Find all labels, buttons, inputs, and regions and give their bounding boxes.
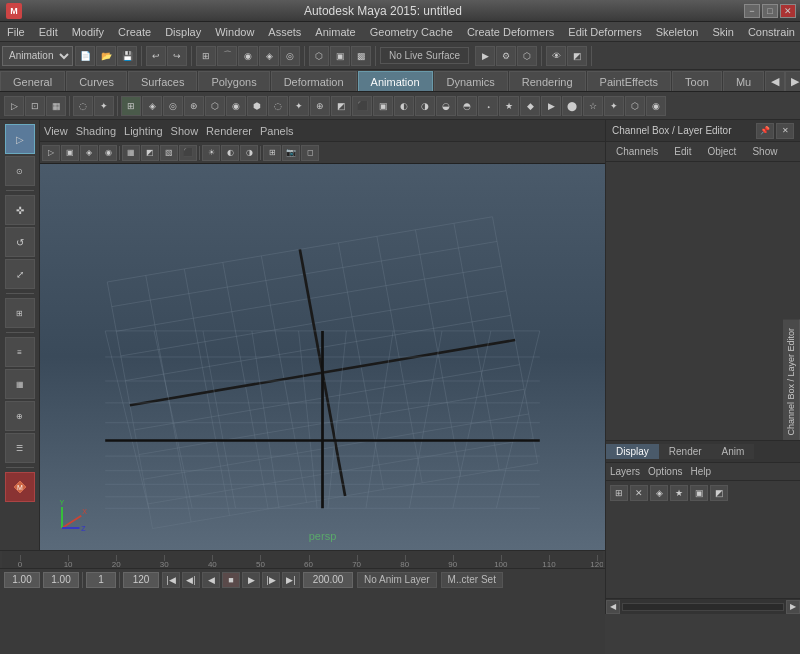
new-file-btn[interactable]: 📄: [75, 46, 95, 66]
snap-point-btn[interactable]: ◉: [238, 46, 258, 66]
snap-curve-btn[interactable]: ⌒: [217, 46, 237, 66]
rotate-tool-btn[interactable]: ↺: [5, 227, 35, 257]
vp-shadow-btn[interactable]: ◐: [221, 145, 239, 161]
vp-cam-btn[interactable]: 📷: [282, 145, 300, 161]
menu-skeleton[interactable]: Skeleton: [649, 24, 706, 40]
lasso-tool-btn[interactable]: ⊙: [5, 156, 35, 186]
vp-tex-btn[interactable]: ⬛: [179, 145, 197, 161]
tab-polygons[interactable]: Polygons: [198, 71, 269, 91]
tool-select-obj[interactable]: ▷: [4, 96, 24, 116]
vp-select-btn[interactable]: ▷: [42, 145, 60, 161]
vp-wire-btn[interactable]: ▣: [61, 145, 79, 161]
stop-btn[interactable]: ■: [222, 572, 240, 588]
save-file-btn[interactable]: 💾: [117, 46, 137, 66]
render-settings-btn[interactable]: ⚙: [496, 46, 516, 66]
dra-display-tab[interactable]: Display: [606, 444, 659, 459]
timeline-ruler[interactable]: 0 10 20 30 40 50 60 70: [2, 551, 603, 569]
anim-icon-14[interactable]: ◐: [394, 96, 414, 116]
step-fwd-btn[interactable]: |▶: [262, 572, 280, 588]
anim-icon-2[interactable]: ◈: [142, 96, 162, 116]
tab-deformation[interactable]: Deformation: [271, 71, 357, 91]
layer-opt1-btn[interactable]: ◈: [650, 485, 668, 501]
delete-layer-btn[interactable]: ✕: [630, 485, 648, 501]
menu-edit[interactable]: Edit: [32, 24, 65, 40]
layers-tool-btn4[interactable]: ☰: [5, 433, 35, 463]
play-fwd-btn[interactable]: ▶: [242, 572, 260, 588]
anim-icon-10[interactable]: ⊕: [310, 96, 330, 116]
select-by-component-btn[interactable]: ▩: [351, 46, 371, 66]
no-anim-layer-display[interactable]: No Anim Layer: [357, 572, 437, 588]
layers-tool-btn3[interactable]: ⊕: [5, 401, 35, 431]
menu-edit-deformers[interactable]: Edit Deformers: [561, 24, 648, 40]
start-frame-input[interactable]: [4, 572, 40, 588]
anim-icon-26[interactable]: ◉: [646, 96, 666, 116]
snap-surface-btn[interactable]: ◈: [259, 46, 279, 66]
object-set-btn[interactable]: ◩: [567, 46, 587, 66]
anim-icon-7[interactable]: ⬢: [247, 96, 267, 116]
play-back-btn[interactable]: ◀: [202, 572, 220, 588]
anim-icon-15[interactable]: ◑: [415, 96, 435, 116]
anim-icon-16[interactable]: ◒: [436, 96, 456, 116]
tab-surfaces[interactable]: Surfaces: [128, 71, 197, 91]
mode-dropdown[interactable]: Animation: [2, 46, 73, 66]
anim-icon-9[interactable]: ✦: [289, 96, 309, 116]
minimize-button[interactable]: −: [744, 4, 760, 18]
anim-icon-6[interactable]: ◉: [226, 96, 246, 116]
tab-curves[interactable]: Curves: [66, 71, 127, 91]
menu-create-deformers[interactable]: Create Deformers: [460, 24, 561, 40]
show-manip-btn[interactable]: ⊞: [5, 298, 35, 328]
anim-icon-22[interactable]: ⬤: [562, 96, 582, 116]
layers-tool-btn2[interactable]: ▦: [5, 369, 35, 399]
anim-icon-8[interactable]: ◌: [268, 96, 288, 116]
snap-live-btn[interactable]: ◎: [280, 46, 300, 66]
vp-xray-btn[interactable]: ◑: [240, 145, 258, 161]
timeline-ruler-area[interactable]: 0 10 20 30 40 50 60 70: [0, 550, 605, 568]
anim-icon-18[interactable]: ⬩: [478, 96, 498, 116]
move-tool-btn[interactable]: ✜: [5, 195, 35, 225]
dra-options-menu[interactable]: Options: [648, 466, 682, 477]
anim-icon-20[interactable]: ◆: [520, 96, 540, 116]
ipr-render-btn[interactable]: ⬡: [517, 46, 537, 66]
char-set-display[interactable]: M..cter Set: [441, 572, 503, 588]
frame-number-input[interactable]: [86, 572, 116, 588]
rp-tab-edit[interactable]: Edit: [668, 145, 697, 158]
undo-btn[interactable]: ↩: [146, 46, 166, 66]
maya-home-btn[interactable]: M: [5, 472, 35, 502]
dra-layers-menu[interactable]: Layers: [610, 466, 640, 477]
create-layer-btn[interactable]: ⊞: [610, 485, 628, 501]
rp-tab-channels[interactable]: Channels: [610, 145, 664, 158]
tool-select-hier[interactable]: ⊡: [25, 96, 45, 116]
redo-btn[interactable]: ↪: [167, 46, 187, 66]
open-file-btn[interactable]: 📂: [96, 46, 116, 66]
select-by-object-btn[interactable]: ▣: [330, 46, 350, 66]
anim-end-input[interactable]: [303, 572, 353, 588]
anim-icon-5[interactable]: ⬡: [205, 96, 225, 116]
anim-icon-11[interactable]: ◩: [331, 96, 351, 116]
anim-icon-13[interactable]: ▣: [373, 96, 393, 116]
rp-tab-object[interactable]: Object: [702, 145, 743, 158]
select-by-hierarchy-btn[interactable]: ⬡: [309, 46, 329, 66]
viewport-menu-view[interactable]: View: [44, 125, 68, 137]
scroll-track[interactable]: [622, 603, 784, 611]
menu-geocache[interactable]: Geometry Cache: [363, 24, 460, 40]
tab-general[interactable]: General: [0, 71, 65, 91]
scale-tool-btn[interactable]: ⤢: [5, 259, 35, 289]
vp-shade-btn[interactable]: ◩: [141, 145, 159, 161]
viewport-menu-show[interactable]: Show: [171, 125, 199, 137]
vp-smooth-btn[interactable]: ◈: [80, 145, 98, 161]
close-button[interactable]: ✕: [780, 4, 796, 18]
anim-icon-1[interactable]: ⊞: [121, 96, 141, 116]
tab-scroll-left[interactable]: ◀: [765, 71, 785, 91]
render-current-btn[interactable]: ▶: [475, 46, 495, 66]
live-surface-btn[interactable]: No Live Surface: [380, 47, 469, 64]
layer-opt3-btn[interactable]: ▣: [690, 485, 708, 501]
step-back-btn[interactable]: ◀|: [182, 572, 200, 588]
anim-icon-3[interactable]: ◎: [163, 96, 183, 116]
menu-create[interactable]: Create: [111, 24, 158, 40]
viewport-menu-panels[interactable]: Panels: [260, 125, 294, 137]
menu-modify[interactable]: Modify: [65, 24, 111, 40]
end-frame-input[interactable]: [123, 572, 159, 588]
anim-icon-23[interactable]: ☆: [583, 96, 603, 116]
anim-icon-24[interactable]: ✦: [604, 96, 624, 116]
snap-grid-btn[interactable]: ⊞: [196, 46, 216, 66]
